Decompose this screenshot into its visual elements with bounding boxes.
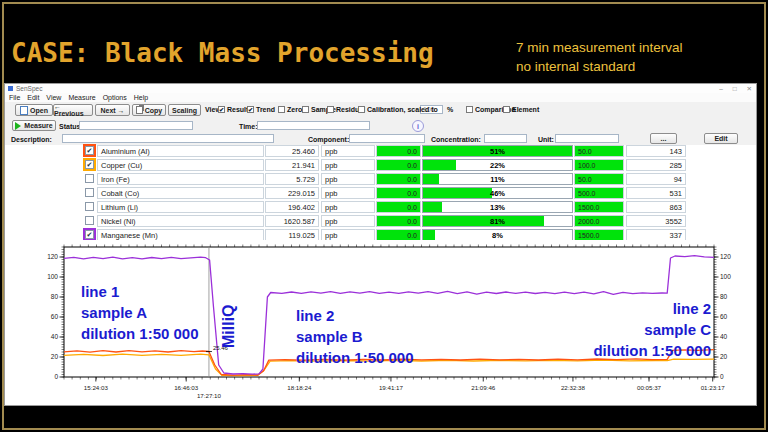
maximize-icon[interactable]: □ [733,85,737,92]
element-unit: ppb [321,215,375,227]
info-icon[interactable]: i [412,120,424,132]
window-controls: – □ ✕ [711,85,752,93]
element-count: 531 [626,187,686,199]
element-checkbox[interactable]: ✔ [85,160,94,169]
svg-text:80: 80 [720,293,728,300]
element-max: 500.0 [574,187,624,199]
concentration-field[interactable] [484,134,527,143]
view-check-calibration-scaled-to[interactable]: Calibration, scaled to [358,106,438,113]
element-min: 0.0 [376,201,421,213]
element-checkbox[interactable] [85,216,94,225]
app-icon [8,86,13,91]
element-percent: 46% [423,189,572,198]
check-label: Trend [256,106,275,113]
next-button[interactable]: Next → [95,104,130,116]
view-check-element[interactable]: Element [503,106,539,113]
menu-item-options[interactable]: Options [103,94,127,101]
checkbox-checked-icon[interactable] [218,106,225,113]
checkbox-icon[interactable] [302,106,309,113]
annotation-line: sample C [593,319,711,340]
note-line-1: 7 min measurement interval [516,38,683,57]
element-checkbox[interactable] [85,202,94,211]
check-label: Element [512,106,539,113]
element-min: 0.0 [376,215,421,227]
checkbox-icon[interactable] [327,106,334,113]
annotation-line: line 2 [296,305,414,326]
more-button[interactable]: ... [650,133,677,144]
checkbox-icon[interactable] [503,106,510,113]
checkbox-icon[interactable] [358,106,365,113]
element-checkbox[interactable] [85,174,94,183]
unit-label: Unit: [538,136,554,143]
minimize-icon[interactable]: – [719,85,723,92]
menu-item-view[interactable]: View [46,94,61,101]
svg-text:100: 100 [47,273,58,280]
table-row[interactable]: Iron (Fe)5.729ppb0.050.09411% [5,173,756,186]
element-value: 1620.587 [265,215,319,227]
status-field[interactable] [79,121,193,130]
element-value: 229.015 [265,187,319,199]
element-name: Iron (Fe) [97,173,264,185]
svg-text:18:18:24: 18:18:24 [287,384,312,391]
slide: CASE: Black Mass Processing 7 min measur… [0,0,768,432]
component-field[interactable] [349,134,425,143]
unit-field[interactable] [555,134,619,143]
component-label: Component: [308,136,349,143]
menu-item-help[interactable]: Help [134,94,148,101]
element-min: 0.0 [376,159,421,171]
view-check-zero[interactable]: Zero [278,106,302,113]
table-row[interactable]: ✔Copper (Cu)21.941ppb0.0100.028522% [5,159,756,172]
copy-button[interactable]: Copy [132,104,166,116]
view-check-trend[interactable]: Trend [247,106,275,113]
element-unit: ppb [321,159,375,171]
measure-button[interactable]: Measure [12,120,56,131]
checkbox-icon[interactable] [278,106,285,113]
element-percent: 8% [423,231,572,240]
menu-item-measure[interactable]: Measure [68,94,95,101]
svg-text:40: 40 [720,333,728,340]
element-percent: 11% [423,175,572,184]
element-bar: 81% [422,215,573,227]
table-row[interactable]: Cobalt (Co)229.015ppb0.0500.053146% [5,187,756,200]
element-max: 1500.0 [574,201,624,213]
element-checkbox[interactable]: ✔ [85,146,94,155]
element-value: 196.402 [265,201,319,213]
milliq-annotation: MilliQ [218,304,239,348]
svg-text:80: 80 [51,293,59,300]
svg-text:40: 40 [51,333,59,340]
table-row[interactable]: Lithium (Li)196.402ppb0.01500.086313% [5,201,756,214]
time-field[interactable] [257,121,370,130]
check-label: Calibration, scaled to [367,106,438,113]
element-unit: ppb [321,201,375,213]
svg-text:120: 120 [720,253,731,260]
scaling-button[interactable]: Scaling [168,104,201,116]
element-bar: 13% [422,201,573,213]
element-bar: 46% [422,187,573,199]
annotation-line: MilliQ [218,304,239,348]
previous-button[interactable]: ← Previous [53,104,93,116]
checkbox-icon[interactable] [466,106,473,113]
table-row[interactable]: ✔Aluminium (Al)25.460ppb0.050.014351% [5,145,756,158]
svg-text:60: 60 [720,313,728,320]
element-max: 100.0 [574,159,624,171]
element-value: 25.460 [265,145,319,157]
element-checkbox[interactable] [85,188,94,197]
open-button[interactable]: Open [15,104,53,116]
description-field[interactable] [62,134,274,143]
element-unit: ppb [321,145,375,157]
edit-button[interactable]: Edit [704,133,738,144]
svg-text:21:09:46: 21:09:46 [471,384,496,391]
element-name: Aluminium (Al) [97,145,264,157]
table-row[interactable]: Nickel (Ni)1620.587ppb0.02000.0355281% [5,215,756,228]
menu-item-edit[interactable]: Edit [27,94,39,101]
checkbox-checked-icon[interactable] [247,106,254,113]
element-unit: ppb [321,173,375,185]
element-count: 863 [626,201,686,213]
annotation-line: dilution 1:50 000 [296,347,414,368]
element-checkbox[interactable]: ✔ [85,230,94,239]
slide-title: CASE: Black Mass Processing [11,38,434,68]
close-icon[interactable]: ✕ [747,85,752,92]
document-icon [20,106,28,115]
element-min: 0.0 [376,173,421,185]
menu-item-file[interactable]: File [9,94,20,101]
